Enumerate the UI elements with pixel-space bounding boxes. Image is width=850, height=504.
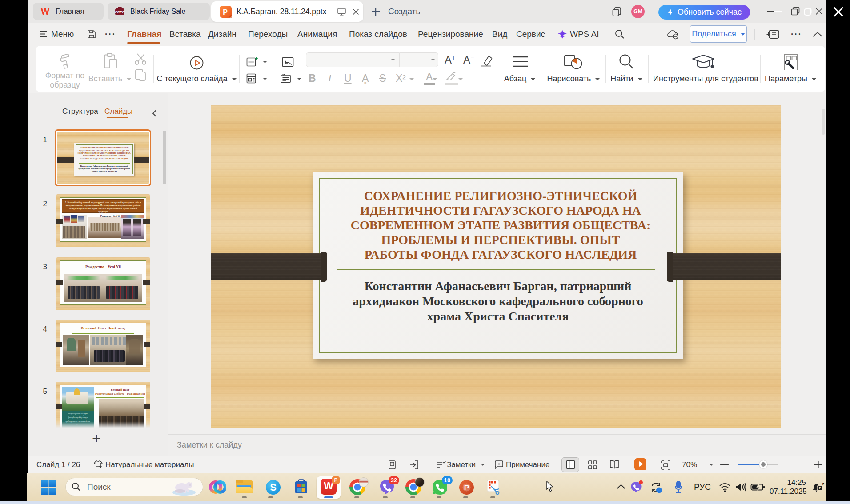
svg-text:P: P — [464, 484, 469, 492]
svg-text:FREE: FREE — [115, 10, 125, 14]
svg-text:z: z — [822, 482, 825, 486]
svg-text:P: P — [223, 8, 228, 16]
svg-text:z: z — [819, 486, 821, 490]
